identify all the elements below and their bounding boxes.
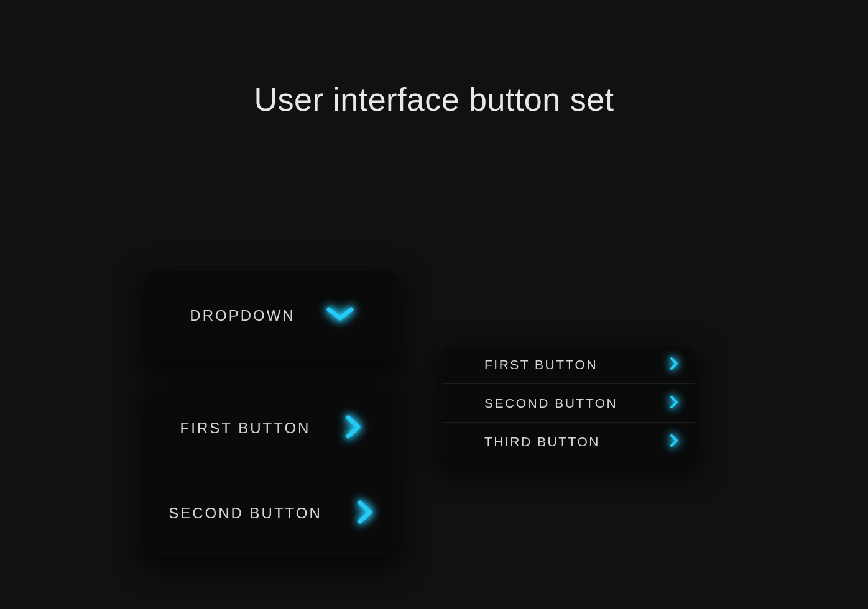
chevron-right-icon xyxy=(344,415,363,441)
list-item[interactable]: SECOND BUTTON xyxy=(144,470,399,556)
chevron-right-icon xyxy=(670,434,678,450)
chevron-right-icon xyxy=(356,500,375,526)
chevron-right-icon xyxy=(670,395,678,411)
small-button-list: FIRST BUTTON SECOND BUTTON THIRD BUTTON xyxy=(441,346,696,461)
chevron-down-icon xyxy=(326,306,354,326)
list-item-label: SECOND BUTTON xyxy=(169,505,322,522)
dropdown-button[interactable]: DROPDOWN xyxy=(144,270,399,362)
list-item[interactable]: THIRD BUTTON xyxy=(441,423,696,461)
list-item[interactable]: SECOND BUTTON xyxy=(441,384,696,423)
list-item-label: THIRD BUTTON xyxy=(484,434,600,449)
dropdown-label: DROPDOWN xyxy=(190,307,295,324)
list-item-label: SECOND BUTTON xyxy=(484,396,617,411)
chevron-right-icon xyxy=(670,357,678,373)
list-item-label: FIRST BUTTON xyxy=(484,357,598,372)
list-item-label: FIRST BUTTON xyxy=(180,419,311,437)
page-title: User interface button set xyxy=(0,81,868,118)
large-button-list: FIRST BUTTON SECOND BUTTON xyxy=(144,385,399,556)
list-item[interactable]: FIRST BUTTON xyxy=(441,346,696,384)
list-item[interactable]: FIRST BUTTON xyxy=(144,385,399,470)
